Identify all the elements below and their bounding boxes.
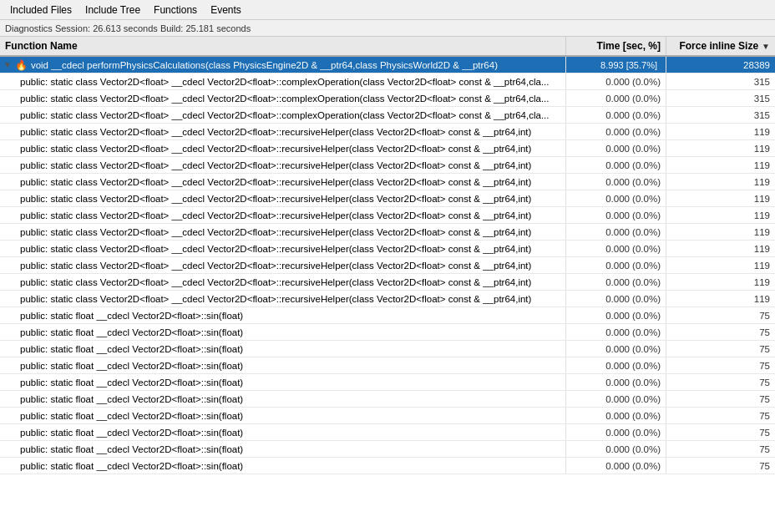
cell-size: 75 <box>666 391 775 407</box>
table-row[interactable]: public: static float __cdecl Vector2D<fl… <box>0 374 775 391</box>
cell-time: 0.000 (0.0%) <box>566 357 666 373</box>
function-name: public: static class Vector2D<float> __c… <box>20 127 531 137</box>
cell-time: 0.000 (0.0%) <box>566 274 666 290</box>
cell-name: public: static class Vector2D<float> __c… <box>0 274 566 290</box>
cell-name: public: static class Vector2D<float> __c… <box>0 174 566 190</box>
flame-icon: 🔥 <box>15 59 28 71</box>
function-name: public: static class Vector2D<float> __c… <box>20 177 531 187</box>
cell-size: 75 <box>666 307 775 323</box>
cell-name: public: static class Vector2D<float> __c… <box>0 157 566 173</box>
table-row[interactable]: public: static float __cdecl Vector2D<fl… <box>0 391 775 408</box>
cell-size: 119 <box>666 257 775 273</box>
table-row[interactable]: public: static class Vector2D<float> __c… <box>0 174 775 190</box>
table-row[interactable]: public: static class Vector2D<float> __c… <box>0 224 775 241</box>
cell-name: public: static class Vector2D<float> __c… <box>0 124 566 139</box>
function-name: public: static class Vector2D<float> __c… <box>20 160 531 170</box>
function-name: public: static class Vector2D<float> __c… <box>20 144 531 154</box>
column-header-time[interactable]: Time [sec, %] <box>566 37 666 55</box>
cell-name: public: static float __cdecl Vector2D<fl… <box>0 357 566 373</box>
cell-time: 0.000 (0.0%) <box>566 307 666 323</box>
table-row[interactable]: public: static class Vector2D<float> __c… <box>0 157 775 174</box>
function-name: public: static class Vector2D<float> __c… <box>20 77 549 87</box>
table-body[interactable]: ▼🔥void __cdecl performPhysicsCalculation… <box>0 57 775 532</box>
menu-included-files[interactable]: Included Files <box>3 3 79 18</box>
cell-size: 119 <box>666 274 775 290</box>
cell-size: 119 <box>666 174 775 190</box>
cell-size: 315 <box>666 107 775 123</box>
cell-name: public: static class Vector2D<float> __c… <box>0 107 566 123</box>
function-name: public: static float __cdecl Vector2D<fl… <box>20 327 243 337</box>
table-row[interactable]: public: static class Vector2D<float> __c… <box>0 190 775 207</box>
table-row[interactable]: public: static class Vector2D<float> __c… <box>0 241 775 257</box>
menu-include-tree[interactable]: Include Tree <box>79 3 147 18</box>
cell-size: 75 <box>666 357 775 373</box>
status-bar: Diagnostics Session: 26.613 seconds Buil… <box>0 20 775 37</box>
cell-name: public: static float __cdecl Vector2D<fl… <box>0 441 566 457</box>
cell-time: 0.000 (0.0%) <box>566 241 666 256</box>
cell-time: 0.000 (0.0%) <box>566 424 666 440</box>
cell-size: 119 <box>666 124 775 139</box>
cell-name: public: static float __cdecl Vector2D<fl… <box>0 408 566 423</box>
table-row[interactable]: public: static class Vector2D<float> __c… <box>0 124 775 140</box>
table-row[interactable]: public: static float __cdecl Vector2D<fl… <box>0 357 775 374</box>
table-row[interactable]: public: static class Vector2D<float> __c… <box>0 73 775 90</box>
cell-size: 75 <box>666 441 775 457</box>
cell-time: 0.000 (0.0%) <box>566 174 666 190</box>
cell-name: public: static float __cdecl Vector2D<fl… <box>0 374 566 390</box>
table-row[interactable]: ▼🔥void __cdecl performPhysicsCalculation… <box>0 57 775 73</box>
sort-arrow-icon: ▼ <box>762 42 770 51</box>
function-name: public: static float __cdecl Vector2D<fl… <box>20 411 243 421</box>
cell-name: public: static float __cdecl Vector2D<fl… <box>0 307 566 323</box>
cell-size: 315 <box>666 73 775 89</box>
cell-size: 119 <box>666 291 775 307</box>
table-row[interactable]: public: static float __cdecl Vector2D<fl… <box>0 307 775 324</box>
function-name: public: static float __cdecl Vector2D<fl… <box>20 394 243 404</box>
cell-name: ▼🔥void __cdecl performPhysicsCalculation… <box>0 57 566 73</box>
function-name: public: static class Vector2D<float> __c… <box>20 294 531 304</box>
cell-time: 0.000 (0.0%) <box>566 441 666 457</box>
cell-name: public: static class Vector2D<float> __c… <box>0 291 566 307</box>
table-row[interactable]: public: static float __cdecl Vector2D<fl… <box>0 458 775 474</box>
table-row[interactable]: public: static class Vector2D<float> __c… <box>0 274 775 291</box>
column-header-size[interactable]: Force inline Size ▼ <box>666 37 775 55</box>
function-name: public: static class Vector2D<float> __c… <box>20 261 531 271</box>
cell-time: 0.000 (0.0%) <box>566 374 666 390</box>
table-row[interactable]: public: static class Vector2D<float> __c… <box>0 140 775 157</box>
cell-size: 75 <box>666 341 775 357</box>
function-name: public: static class Vector2D<float> __c… <box>20 277 531 287</box>
cell-name: public: static float __cdecl Vector2D<fl… <box>0 424 566 440</box>
cell-time: 0.000 (0.0%) <box>566 408 666 423</box>
table-header: Function Name Time [sec, %] Force inline… <box>0 37 775 57</box>
table-row[interactable]: public: static float __cdecl Vector2D<fl… <box>0 324 775 341</box>
table-row[interactable]: public: static class Vector2D<float> __c… <box>0 207 775 224</box>
cell-size: 119 <box>666 207 775 223</box>
menu-functions[interactable]: Functions <box>147 3 204 18</box>
function-name: public: static class Vector2D<float> __c… <box>20 227 531 237</box>
cell-size: 75 <box>666 408 775 423</box>
cell-time: 0.000 (0.0%) <box>566 291 666 307</box>
table-row[interactable]: public: static float __cdecl Vector2D<fl… <box>0 408 775 424</box>
cell-time: 0.000 (0.0%) <box>566 140 666 156</box>
cell-name: public: static float __cdecl Vector2D<fl… <box>0 341 566 357</box>
menu-events[interactable]: Events <box>204 3 248 18</box>
cell-time: 0.000 (0.0%) <box>566 458 666 474</box>
cell-size: 75 <box>666 324 775 340</box>
cell-name: public: static float __cdecl Vector2D<fl… <box>0 391 566 407</box>
cell-time: 0.000 (0.0%) <box>566 157 666 173</box>
table-row[interactable]: public: static class Vector2D<float> __c… <box>0 107 775 124</box>
cell-name: public: static float __cdecl Vector2D<fl… <box>0 324 566 340</box>
table-row[interactable]: public: static float __cdecl Vector2D<fl… <box>0 441 775 458</box>
cell-name: public: static class Vector2D<float> __c… <box>0 73 566 89</box>
table-row[interactable]: public: static class Vector2D<float> __c… <box>0 291 775 307</box>
function-name: public: static class Vector2D<float> __c… <box>20 194 531 204</box>
expand-arrow-icon[interactable]: ▼ <box>3 60 12 69</box>
function-name: public: static class Vector2D<float> __c… <box>20 94 549 104</box>
table-row[interactable]: public: static class Vector2D<float> __c… <box>0 90 775 107</box>
function-name: void __cdecl performPhysicsCalculations(… <box>31 60 498 70</box>
cell-size: 119 <box>666 140 775 156</box>
column-header-name[interactable]: Function Name <box>0 37 566 55</box>
table-row[interactable]: public: static float __cdecl Vector2D<fl… <box>0 341 775 357</box>
table-row[interactable]: public: static class Vector2D<float> __c… <box>0 257 775 274</box>
cell-time: 0.000 (0.0%) <box>566 90 666 106</box>
table-row[interactable]: public: static float __cdecl Vector2D<fl… <box>0 424 775 441</box>
